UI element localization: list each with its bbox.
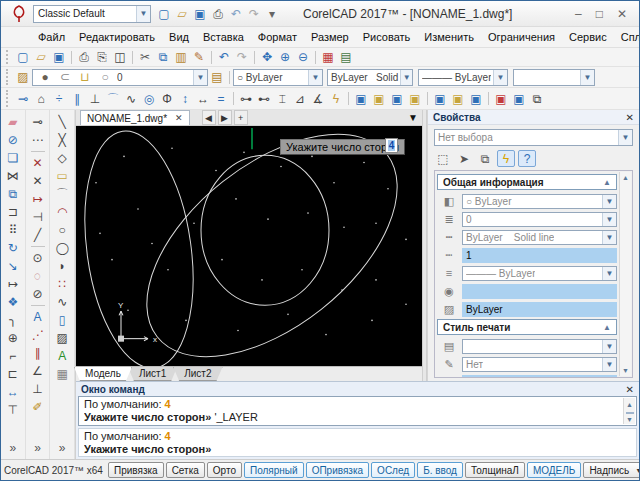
layer-freeze-icon[interactable]: ▣ [388,90,406,107]
sheet-tab-sheet1[interactable]: Лист1 [128,367,177,381]
annotate-icon[interactable]: A [28,308,48,326]
constraint-midpoint-icon[interactable]: Φ [158,90,176,107]
scale-icon[interactable]: ↘ [3,257,23,275]
toolbar-drag-handle[interactable] [6,69,11,85]
rotate-icon[interactable]: ↻ [3,239,23,257]
zoom-in-icon[interactable]: ⊕ [276,49,294,66]
menu-dimension[interactable]: Размер [304,28,356,46]
paste-icon[interactable]: ▥ [172,49,190,66]
dim-constraint-horizontal-icon[interactable]: ⊷ [255,90,273,107]
layer-on-icon[interactable]: ▣ [352,90,370,107]
arc-3point-icon[interactable]: ◠ [52,203,72,221]
layer-isolate-icon[interactable]: ▣ [467,90,485,107]
scroll-up-icon[interactable]: ▲ [622,174,629,181]
command-prompt[interactable]: По умолчанию: 4Укажите число сторон» [78,428,637,457]
status-toggle-dyn-input[interactable]: Б. ввод [417,462,463,478]
divide-icon[interactable]: ⊸ [28,113,48,131]
dimension-note-icon[interactable]: ✐ [28,398,48,416]
menu-solids[interactable]: Сплошные [614,28,640,46]
print-preview-icon[interactable]: ◫ [111,49,129,66]
trim-icon[interactable]: ✕ [28,154,48,172]
layer-property-select[interactable]: 0 ▼ [462,212,617,227]
lineweight-select[interactable]: ——— ByLayer ▼ [418,69,508,86]
tab-prev-button[interactable]: ◀ [202,110,216,125]
drawing-canvas[interactable]: Yx Укажите число сторон 4 [76,126,422,366]
menu-tools[interactable]: Сервис [562,28,614,46]
status-toggle-ortho[interactable]: Орто [207,462,242,478]
ellipse-icon[interactable]: ◯ [52,239,72,257]
arc-icon[interactable]: ⌒ [52,185,72,203]
annotation-scale-dropdown[interactable]: Надпись ▼ [583,462,639,478]
offset-icon[interactable]: ⊐ [3,203,23,221]
menu-edit[interactable]: Редактировать [72,28,162,46]
infinite-line-icon[interactable]: ╳ [52,131,72,149]
menu-format[interactable]: Формат [251,28,304,46]
dim-constraint-radius-icon[interactable]: ⊿ [291,90,309,107]
points-icon[interactable]: ∷ [52,275,72,293]
print-none-field[interactable]: Нет [462,375,617,379]
layer-lock-icon[interactable]: ▣ [431,90,449,107]
dim-constraint-vertical-icon[interactable]: ⌶ [273,90,291,107]
print-style-select[interactable]: ▼ [513,69,595,86]
polygon-icon[interactable]: ◇ [52,149,72,167]
command-scrollbar[interactable]: ▲ ▼ [623,398,635,424]
linestyle-property-select[interactable]: ByLayer Solid line ▼ [462,230,617,245]
redo-icon[interactable]: ↷ [245,5,263,22]
save-file-icon[interactable]: ▣ [191,5,209,22]
layer-delete-icon[interactable]: ▣ [492,90,510,107]
edit-properties-icon[interactable]: ❖ [3,293,23,311]
extend-edge-icon[interactable]: ⊣ [28,208,48,226]
fillet-icon[interactable]: ╮ [3,311,23,329]
layer-status-icon[interactable]: ● [36,69,54,86]
constraint-fix-icon[interactable]: ⌂ [32,90,50,107]
lineweight-property-select[interactable]: ——— ByLayer ▼ [462,266,617,281]
circle-center-icon[interactable]: ⊙ [28,249,48,267]
zoom-out-icon[interactable]: ⊖ [294,49,312,66]
toolbar-drag-handle[interactable] [6,90,11,107]
document-tab[interactable]: NONAME_1.dwg* ✕ [80,110,190,125]
unit-calculator-icon[interactable]: ▤ [337,49,355,66]
status-toggle-grid[interactable]: Сетка [166,462,205,478]
maximize-button[interactable]: □ [596,7,603,21]
text-icon[interactable]: A [52,347,72,365]
move-icon[interactable]: ❏ [3,149,23,167]
angle-line-icon[interactable]: ∠ [28,362,48,380]
layer-off-icon[interactable]: ▣ [370,90,388,107]
print-table-property-select[interactable]: Нет ▼ [462,357,617,372]
pan-icon[interactable]: ✥ [258,49,276,66]
mirror-icon[interactable]: ⋈ [3,167,23,185]
selection-filter-select[interactable]: Нет выбора ▼ [434,129,633,146]
menu-insert[interactable]: Вставка [196,28,251,46]
scroll-down-icon[interactable]: ▼ [626,414,633,427]
measure-off-icon[interactable]: ⋯ [28,131,48,149]
line-icon[interactable]: ╲ [52,113,72,131]
close-button[interactable]: ✕ [617,7,627,21]
constraint-concentric-icon[interactable]: ◎ [140,90,158,107]
select-entities-icon[interactable]: ⬚ [434,150,452,167]
new-file-icon[interactable]: ▢ [155,5,173,22]
layer-frozen-icon[interactable]: ⊂ [56,69,74,86]
status-toggle-lineweight[interactable]: ТолщинаЛ [465,462,525,478]
format-brush-icon[interactable]: ✎ [190,49,208,66]
undo-icon[interactable]: ↶ [215,49,233,66]
hatch-icon[interactable]: ▨ [52,329,72,347]
copy-entity-icon[interactable]: ⧉ [3,185,23,203]
scroll-up-icon[interactable]: ▲ [626,399,633,412]
image-attach-icon[interactable]: ▦ [52,365,72,383]
scroll-down-icon[interactable]: ▼ [622,367,629,374]
segment-points-icon[interactable]: ⋰ [28,326,48,344]
section-general[interactable]: Общая информация ▲ [437,174,617,190]
sides-input[interactable]: 4 [385,138,398,153]
cut-icon[interactable]: ✂ [136,49,154,66]
print-copies-icon[interactable]: ⎘ [93,49,111,66]
quick-select-icon[interactable]: ϟ [497,150,515,167]
close-icon[interactable]: ✕ [626,384,634,395]
status-toggle-esnap[interactable]: ОПривязка [306,462,369,478]
menu-constraints[interactable]: Ограничения [481,28,562,46]
weld-icon[interactable]: ⊤ [3,401,23,419]
dim-constraint-linear-icon[interactable]: ⊶ [237,90,255,107]
color-select[interactable]: ○ ByLayer ▼ [233,69,323,86]
layer-tools-icon[interactable]: ▨ [14,69,32,86]
menu-view[interactable]: Вид [162,28,196,46]
workspace-select[interactable]: Classic Default ▼ [33,5,151,23]
